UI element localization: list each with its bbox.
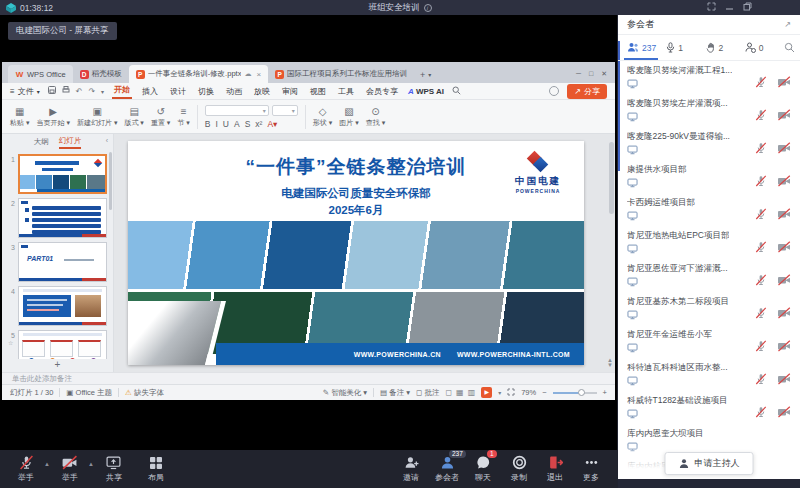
participant-row[interactable]: 肯尼亚恩佐亚河下游灌溉... (618, 260, 800, 293)
participant-row[interactable]: 喀麦隆225-90kV曼道得输... (618, 128, 800, 161)
ribbon-button[interactable]: ▶ 当页开始 ▾ (36, 106, 69, 128)
font-style-button[interactable]: B (205, 119, 211, 129)
font-style-button[interactable]: S (245, 119, 251, 129)
print-icon[interactable] (62, 86, 70, 96)
search-participants-icon[interactable] (784, 39, 795, 57)
camera-options-caret-icon[interactable]: ▲ (88, 461, 94, 467)
font-style-button[interactable]: A (234, 119, 240, 129)
participant-row[interactable]: 康提供水项目部 (618, 161, 800, 194)
ribbon-search-icon[interactable] (452, 86, 461, 97)
undo-icon[interactable]: ↶ (76, 87, 83, 96)
file-menu[interactable]: ≡文件▾ (10, 86, 40, 97)
ribbon-button[interactable]: ▧ 图片 ▾ (339, 106, 358, 128)
tab-all-participants[interactable]: 237 (627, 42, 666, 53)
reading-view-icon[interactable]: ▥ (468, 388, 476, 397)
tab-document-active[interactable]: P 一件事全链条培训-修改.pptx ☁ × (129, 65, 268, 83)
camera-raise-hand-button[interactable]: 举手 (52, 455, 88, 483)
missing-font-warning[interactable]: ⚠ 缺失字体 (125, 388, 164, 398)
ribbon-button[interactable]: ▦ 粘贴 ▾ (10, 106, 29, 128)
quickbar-caret-icon[interactable]: ▾ (101, 88, 104, 95)
add-slide-button[interactable]: + (2, 359, 113, 372)
participants-list[interactable]: 喀麦隆贝努埃河灌溉工程1... 喀麦隆贝努埃左岸灌溉项... (618, 62, 800, 479)
zoom-slider[interactable] (553, 392, 597, 394)
participant-row[interactable]: 科特迪瓦科科迪区雨水整... (618, 359, 800, 392)
notes-button[interactable]: ▤ 备注 ▾ (380, 388, 410, 398)
notes-placeholder[interactable]: 单击此处添加备注 (2, 372, 615, 384)
menu-home[interactable]: 开始 (112, 84, 132, 99)
tab-document-2[interactable]: P 国际工程项目系列工作标准应用培训 (268, 65, 414, 83)
zoom-percent[interactable]: 79% (521, 388, 536, 397)
slide-1[interactable]: “一件事”全链条整治培训 电建国际公司质量安全环保部 2025年6月 中国电建 … (128, 141, 584, 365)
restore-icon[interactable] (743, 2, 752, 11)
tab-list-caret-icon[interactable]: ▾ (428, 71, 431, 78)
popout-panel-icon[interactable]: ↗ (784, 20, 791, 29)
ribbon-button[interactable]: ≡ 节 ▾ (177, 106, 189, 128)
wps-menu-item[interactable]: 会员专享 (364, 86, 400, 97)
zoom-in-icon[interactable]: + (603, 388, 607, 397)
font-size-select[interactable]: ▾ (272, 105, 298, 116)
wps-menu-item[interactable]: 工具 (336, 86, 356, 97)
apply-host-button[interactable]: 申请主持人 (665, 452, 754, 475)
slide-thumbnail-2[interactable]: 2 (2, 198, 107, 238)
slide-thumbnail-1[interactable]: 1 (2, 154, 107, 194)
chat-button[interactable]: 1 聊天 (465, 455, 501, 483)
fullscreen-icon[interactable] (707, 2, 716, 11)
tab-wps-home[interactable]: W WPS Office (8, 65, 73, 83)
participant-row[interactable]: 肯尼亚年金运维岳小军 (618, 326, 800, 359)
slide-thumbnail-4[interactable]: 4 (2, 286, 107, 326)
superscript-button[interactable]: x² (255, 119, 262, 129)
participant-row[interactable]: 卡西姆运维项目部 (618, 194, 800, 227)
tab-slides[interactable]: 幻灯片 (59, 136, 82, 149)
record-button[interactable]: 录制 (501, 455, 537, 483)
font-style-button[interactable]: U (223, 119, 229, 129)
collapse-panel-icon[interactable]: ‹ (106, 137, 108, 144)
wps-menu-item[interactable]: 插入 (140, 86, 160, 97)
menu-wps-ai[interactable]: AWPS AI (408, 87, 444, 96)
minimize-icon[interactable] (725, 2, 734, 11)
wps-menu-item[interactable]: 切换 (196, 86, 216, 97)
ribbon-button[interactable]: ⊙ 查找 ▾ (366, 106, 385, 128)
font-family-select[interactable]: ▾ (205, 105, 269, 116)
participant-row[interactable]: 喀麦隆贝努埃河灌溉工程1... (618, 62, 800, 95)
slide-scrollbar[interactable] (609, 142, 614, 214)
participant-row[interactable]: 肯尼亚基苏木第二标段项目 (618, 293, 800, 326)
tab-waiting[interactable]: 0 (745, 42, 784, 53)
slideshow-play-button[interactable]: ▶ (481, 387, 492, 398)
theme-label[interactable]: ▣ Office 主题 (66, 388, 112, 398)
play-options-caret-icon[interactable]: ▾ (498, 389, 501, 396)
ribbon-button[interactable]: ▤ 版式 ▾ (124, 106, 143, 128)
exit-meeting-button[interactable]: 退出 (537, 455, 573, 483)
font-style-button[interactable]: I (215, 119, 217, 129)
wps-minimize-icon[interactable]: ─ (576, 70, 581, 78)
wps-menu-item[interactable]: 设计 (168, 86, 188, 97)
close-tab-icon[interactable]: × (256, 70, 261, 79)
fullscreen-view-icon[interactable] (507, 388, 515, 398)
sorter-view-icon[interactable]: ▦ (456, 388, 464, 397)
beautify-button[interactable]: ✎ 智能美化 ▾ (323, 388, 367, 398)
tab-outline[interactable]: 大纲 (34, 137, 49, 147)
zoom-out-icon[interactable]: − (542, 388, 546, 397)
slide-pager-buttons[interactable]: ▲▼ (607, 358, 613, 368)
ribbon-button[interactable]: ▣ 新建幻灯片 ▾ (77, 106, 117, 128)
participants-button[interactable]: 237 参会者 (429, 455, 465, 483)
participant-row[interactable]: 肯尼亚地热电站EPC项目部 (618, 227, 800, 260)
tab-mic-on[interactable]: 1 (666, 42, 705, 53)
wps-menu-item[interactable]: 审阅 (280, 86, 300, 97)
wps-menu-item[interactable]: 视图 (308, 86, 328, 97)
share-screen-button[interactable]: 共享 (96, 455, 132, 483)
tab-docer[interactable]: D 稻壳模板 (73, 65, 129, 83)
wps-close-icon[interactable]: ✕ (601, 70, 607, 78)
comment-button[interactable]: ◻ 批注 (416, 388, 439, 398)
account-icon[interactable] (549, 86, 559, 96)
slide-thumbnail-3[interactable]: 3 PART01 (2, 242, 107, 282)
participant-row[interactable]: 科威特T1282基础设施项目 (618, 392, 800, 425)
mic-options-caret-icon[interactable]: ▲ (44, 461, 50, 467)
tab-raised-hands[interactable]: 2 (706, 42, 745, 53)
participant-row[interactable]: 喀麦隆贝努埃左岸灌溉项... (618, 95, 800, 128)
wps-menu-item[interactable]: 放映 (252, 86, 272, 97)
mic-raise-hand-button[interactable]: 举手 (8, 455, 44, 483)
font-color-button[interactable]: A▾ (267, 119, 277, 129)
new-tab-button[interactable]: + (420, 70, 425, 80)
save-icon[interactable] (48, 86, 56, 96)
redo-icon[interactable]: ↷ (88, 87, 95, 96)
